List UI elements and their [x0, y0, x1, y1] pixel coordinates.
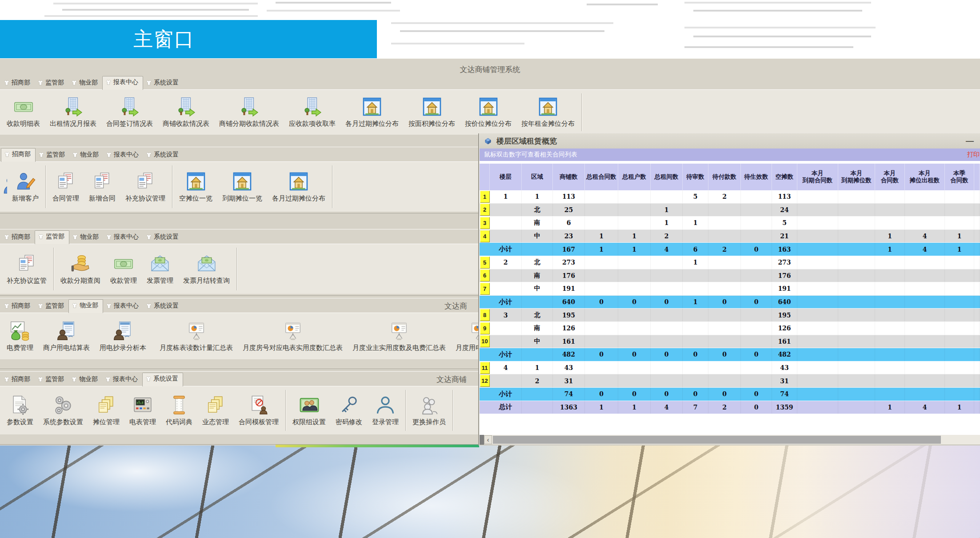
cell[interactable]: 176: [553, 269, 585, 282]
ribbon-item[interactable]: 月度业主实用度数及电费汇总表: [348, 320, 451, 353]
cell[interactable]: 161: [553, 335, 585, 348]
cell[interactable]: 4: [651, 401, 683, 414]
cell[interactable]: 0: [585, 388, 618, 401]
ribbon-item[interactable]: 按价位摊位分布: [460, 96, 516, 129]
cell[interactable]: 74: [553, 388, 585, 401]
tab-物业部[interactable]: 物业部: [68, 77, 102, 89]
cell[interactable]: 167: [553, 243, 585, 256]
ribbon-item[interactable]: 收款明细表: [2, 96, 45, 129]
tab-物业部[interactable]: 物业部: [68, 373, 102, 386]
row-label[interactable]: 小计: [490, 388, 522, 401]
cell[interactable]: 1359: [772, 401, 797, 414]
cell[interactable]: 1: [683, 217, 708, 229]
cell[interactable]: 5: [772, 217, 797, 229]
ribbon-item[interactable]: 摊位管理: [88, 394, 124, 427]
cell[interactable]: 2: [708, 243, 741, 256]
ribbon-item[interactable]: 电表管理: [124, 394, 161, 427]
row-number-badge[interactable]: 12: [480, 375, 490, 387]
cell[interactable]: 2: [708, 190, 741, 203]
ribbon-item[interactable]: 新增合同: [84, 170, 120, 204]
ribbon-item[interactable]: 按年租金摊位分布: [516, 96, 580, 129]
ribbon-item[interactable]: 系统参数设置: [38, 394, 88, 427]
cell[interactable]: 0: [683, 388, 708, 401]
cell[interactable]: 0: [618, 348, 651, 361]
row-label[interactable]: 小计: [490, 296, 522, 309]
cell[interactable]: 6: [683, 243, 708, 256]
tab-报表中心[interactable]: 报表中心: [102, 76, 143, 90]
row-number-badge[interactable]: 4: [480, 230, 490, 242]
ribbon-item[interactable]: 用电抄录分析本: [95, 320, 151, 353]
scroll-left-button[interactable]: ‹: [484, 435, 492, 444]
cell[interactable]: 1: [683, 296, 708, 309]
cell[interactable]: 74: [772, 388, 797, 401]
ribbon-item[interactable]: 应收款项收取率: [284, 96, 340, 129]
ribbon-item[interactable]: 业态管理: [197, 394, 234, 427]
cell[interactable]: 4: [490, 361, 522, 374]
cell[interactable]: 1: [490, 190, 522, 203]
tab-系统设置[interactable]: 系统设置: [143, 231, 183, 244]
ribbon-item[interactable]: 到期摊位一览: [217, 170, 267, 204]
tab-监管部[interactable]: 监管部: [35, 230, 69, 244]
cell[interactable]: 5: [683, 190, 708, 203]
ribbon-item[interactable]: 月度栋表读数计量汇总表: [155, 320, 238, 353]
row-label[interactable]: 小计: [490, 243, 522, 256]
ribbon-item[interactable]: 合同签订情况表: [101, 96, 158, 129]
tab-系统设置[interactable]: 系统设置: [142, 373, 183, 386]
ribbon-item[interactable]: 商铺分期收款情况表: [214, 96, 284, 129]
cell[interactable]: 0: [651, 388, 683, 401]
ribbon-item[interactable]: [2, 174, 7, 199]
cell[interactable]: 1: [522, 361, 553, 374]
tab-物业部[interactable]: 物业部: [68, 299, 103, 313]
cell[interactable]: 北: [522, 309, 553, 321]
cell[interactable]: 1: [522, 190, 553, 203]
cell[interactable]: 7: [683, 401, 708, 414]
tab-监管部[interactable]: 监管部: [35, 373, 68, 386]
tab-物业部[interactable]: 物业部: [69, 149, 103, 161]
cell[interactable]: 1: [945, 230, 974, 243]
cell[interactable]: 南: [522, 217, 553, 229]
cell[interactable]: 0: [651, 296, 683, 309]
cell[interactable]: 4: [905, 401, 945, 414]
tab-系统设置[interactable]: 系统设置: [143, 149, 183, 161]
cell[interactable]: 北: [522, 256, 553, 269]
ribbon-item[interactable]: 发票月结转查询: [178, 253, 235, 286]
minimize-button[interactable]: —: [966, 137, 974, 146]
cell[interactable]: 南: [522, 269, 553, 282]
cell[interactable]: 中: [522, 230, 553, 243]
cell[interactable]: 4: [651, 243, 683, 256]
cell[interactable]: 191: [553, 282, 585, 295]
cell[interactable]: 0: [741, 348, 772, 361]
cell[interactable]: 中: [522, 282, 553, 295]
cell[interactable]: 43: [553, 361, 585, 374]
tab-系统设置[interactable]: 系统设置: [143, 300, 183, 313]
cell[interactable]: 482: [553, 348, 585, 361]
tab-招商部[interactable]: 招商部: [1, 77, 35, 89]
cell[interactable]: 1: [651, 204, 683, 217]
cell[interactable]: 0: [708, 348, 741, 361]
cell[interactable]: 482: [772, 348, 797, 361]
row-number-badge[interactable]: 1: [480, 191, 490, 203]
cell[interactable]: 1: [585, 230, 618, 243]
row-number-badge[interactable]: 6: [480, 269, 490, 281]
ribbon-item[interactable]: 按面积摊位分布: [404, 96, 460, 129]
cell[interactable]: 南: [522, 322, 553, 335]
cell[interactable]: 中: [522, 335, 553, 348]
cell[interactable]: 0: [585, 296, 618, 309]
ribbon-item[interactable]: 权限组设置: [288, 394, 331, 427]
cell[interactable]: 2: [522, 374, 553, 387]
cell[interactable]: 1: [618, 243, 651, 256]
cell[interactable]: 126: [772, 322, 797, 335]
cell[interactable]: 2: [490, 256, 522, 269]
cell[interactable]: 1: [683, 256, 708, 269]
cell[interactable]: 273: [553, 256, 585, 269]
cell[interactable]: 195: [772, 309, 797, 321]
cell[interactable]: 195: [553, 309, 585, 321]
cell[interactable]: 0: [618, 296, 651, 309]
ribbon-item[interactable]: 各月过期摊位分布: [267, 170, 330, 204]
row-number-badge[interactable]: 9: [480, 322, 490, 334]
cell[interactable]: 31: [553, 374, 585, 387]
tab-报表中心[interactable]: 报表中心: [103, 231, 143, 244]
ribbon-item[interactable]: 更换操作员: [408, 394, 451, 427]
tab-监管部[interactable]: 监管部: [36, 149, 69, 161]
cell[interactable]: 1: [875, 243, 905, 256]
